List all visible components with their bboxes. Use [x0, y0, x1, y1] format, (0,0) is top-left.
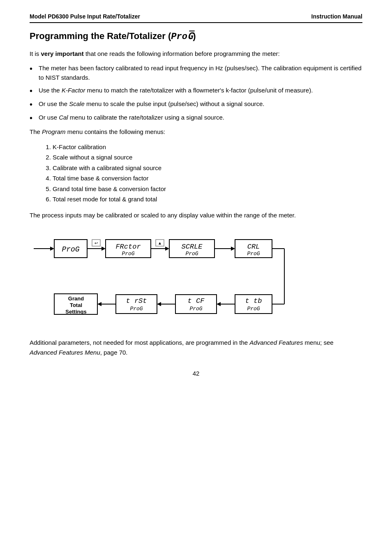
bullet-text: The meter has been factory calibrated to…: [39, 63, 362, 83]
intro-bold: very important: [41, 50, 84, 57]
process-text: The process inputs may be calibrated or …: [30, 210, 362, 220]
svg-text:Total: Total: [70, 302, 82, 308]
list-item: Total time base & conversion factor: [53, 173, 362, 184]
svg-text:ProG: ProG: [185, 251, 198, 257]
list-item: Calibrate with a calibrated signal sourc…: [53, 163, 362, 173]
svg-marker-5: [101, 247, 106, 251]
page-number: 42: [30, 370, 362, 377]
svg-text:ProG: ProG: [122, 251, 134, 257]
list-item: • The meter has been factory calibrated …: [30, 63, 362, 83]
svg-marker-1: [50, 247, 54, 251]
bullet-text: Or use Cal menu to calibrate the rate/to…: [39, 113, 362, 122]
svg-text:Grand: Grand: [68, 295, 84, 302]
list-item: • Use the K-Factor menu to match the rat…: [30, 85, 362, 96]
svg-text:ProG: ProG: [130, 306, 143, 312]
title-text-pre: Programming the Rate/Totalizer (ProG̅): [30, 31, 196, 41]
svg-text:ProG: ProG: [62, 245, 79, 254]
svg-text:SCRLE: SCRLE: [181, 243, 203, 251]
svg-text:t  rSt: t rSt: [126, 297, 147, 305]
flow-svg: ProG ↩ FRctor ProG ▲ SCRLE ProG: [30, 228, 362, 327]
svg-text:ProG: ProG: [189, 306, 202, 312]
bullet-dot: •: [30, 113, 39, 123]
svg-marker-31: [217, 302, 221, 306]
bullet-text: Use the K-Factor menu to match the rate/…: [39, 85, 362, 95]
closing-text: Additional parameters, not needed for mo…: [30, 338, 362, 358]
list-item: Total reset mode for total & grand total: [53, 194, 362, 205]
list-item: K-Factor calibration: [53, 142, 362, 152]
svg-text:↩: ↩: [95, 241, 98, 245]
title-prog: ProG̅: [171, 32, 193, 42]
header-left: Model PD6300 Pulse Input Rate/Totalizer: [30, 13, 140, 20]
list-item: Scale without a signal source: [53, 152, 362, 163]
list-item: Grand total time base & conversion facto…: [53, 184, 362, 194]
page: Model PD6300 Pulse Input Rate/Totalizer …: [0, 0, 392, 549]
bullet-dot: •: [30, 99, 39, 109]
svg-text:CRL: CRL: [247, 243, 260, 251]
section-title: Programming the Rate/Totalizer (ProG̅): [30, 30, 362, 43]
intro-paragraph: It is very important that one reads the …: [30, 49, 362, 58]
svg-marker-36: [157, 302, 161, 306]
svg-text:▲: ▲: [158, 241, 162, 245]
flow-diagram: ProG ↩ FRctor ProG ▲ SCRLE ProG: [30, 228, 362, 328]
bullet-dot: •: [30, 64, 39, 74]
svg-marker-12: [165, 247, 169, 251]
svg-text:ProG: ProG: [247, 306, 260, 312]
svg-marker-19: [231, 247, 235, 251]
svg-marker-41: [97, 302, 101, 306]
svg-text:FRctor: FRctor: [115, 243, 141, 251]
svg-text:ProG: ProG: [247, 251, 260, 257]
list-item: • Or use the Scale menu to scale the pul…: [30, 99, 362, 109]
svg-text:Settings: Settings: [65, 309, 86, 315]
svg-text:t  tb: t tb: [245, 297, 262, 305]
bullet-dot: •: [30, 86, 39, 96]
header-bar: Model PD6300 Pulse Input Rate/Totalizer …: [30, 13, 362, 23]
list-item: • Or use Cal menu to calibrate the rate/…: [30, 113, 362, 123]
bullet-list: • The meter has been factory calibrated …: [30, 63, 362, 123]
svg-text:t  CF: t CF: [188, 297, 205, 305]
bullet-text: Or use the Scale menu to scale the pulse…: [39, 99, 362, 108]
numbered-list: K-Factor calibration Scale without a sig…: [30, 142, 362, 205]
header-right: Instruction Manual: [311, 13, 362, 20]
program-intro: The Program menu contains the following …: [30, 127, 362, 136]
